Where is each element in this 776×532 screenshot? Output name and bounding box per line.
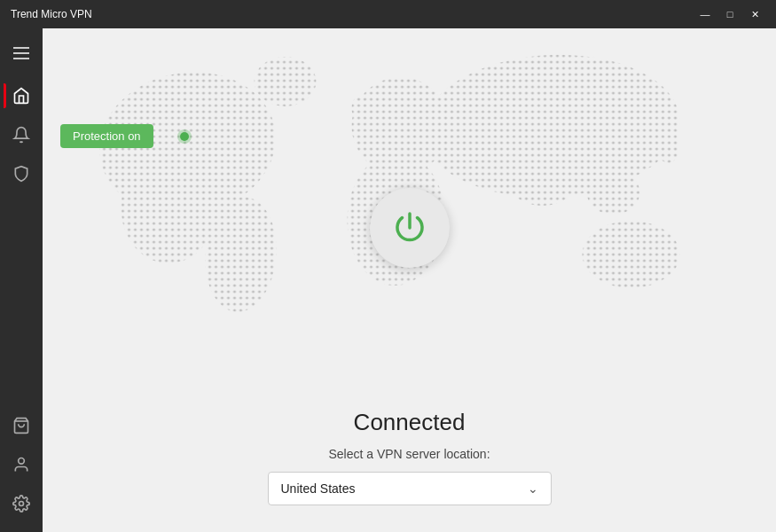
- vpn-server-label: Select a VPN server location:: [328, 447, 490, 461]
- protection-badge: Protection on: [60, 124, 153, 148]
- sidebar-item-alerts[interactable]: [4, 117, 39, 153]
- sidebar: [0, 28, 43, 532]
- app-title: Trend Micro VPN: [11, 8, 92, 20]
- bottom-section: Connected Select a VPN server location: …: [232, 409, 587, 505]
- selected-location: United States: [281, 481, 356, 496]
- main-content: Protection on Connected Select a VPN ser…: [43, 28, 776, 532]
- sidebar-bottom: [4, 408, 39, 532]
- app-body: Protection on Connected Select a VPN ser…: [0, 28, 776, 532]
- window-controls: — □ ✕: [694, 5, 765, 23]
- hamburger-line-3: [13, 58, 29, 59]
- account-icon: [12, 456, 30, 473]
- minimize-button[interactable]: —: [694, 5, 716, 23]
- maximize-button[interactable]: □: [719, 5, 741, 23]
- sidebar-item-settings[interactable]: [4, 486, 39, 521]
- svg-point-2: [20, 502, 24, 506]
- sidebar-item-home[interactable]: [4, 78, 39, 113]
- connection-status: Connected: [354, 409, 466, 436]
- power-button-container: [370, 188, 450, 268]
- power-icon: [390, 208, 429, 247]
- close-button[interactable]: ✕: [744, 5, 765, 23]
- shield-icon: [12, 165, 30, 183]
- svg-rect-16: [46, 28, 773, 330]
- home-icon: [12, 87, 30, 105]
- gear-icon: [12, 495, 30, 512]
- world-map: [43, 28, 776, 330]
- location-dropdown[interactable]: United States ⌄: [268, 472, 552, 505]
- title-bar: Trend Micro VPN — □ ✕: [0, 0, 776, 28]
- map-location-dot: [180, 132, 189, 141]
- menu-button[interactable]: [4, 35, 39, 71]
- sidebar-item-account[interactable]: [4, 447, 39, 482]
- hamburger-line-1: [13, 47, 29, 49]
- world-map-svg: [43, 28, 776, 330]
- svg-point-1: [19, 458, 25, 465]
- hamburger-line-2: [13, 52, 29, 54]
- chevron-down-icon: ⌄: [528, 481, 538, 496]
- sidebar-item-shop[interactable]: [4, 408, 39, 443]
- power-button[interactable]: [370, 188, 450, 268]
- shop-icon: [12, 417, 30, 434]
- bell-icon: [12, 126, 30, 144]
- sidebar-item-shield[interactable]: [4, 156, 39, 192]
- sidebar-nav: [4, 78, 39, 408]
